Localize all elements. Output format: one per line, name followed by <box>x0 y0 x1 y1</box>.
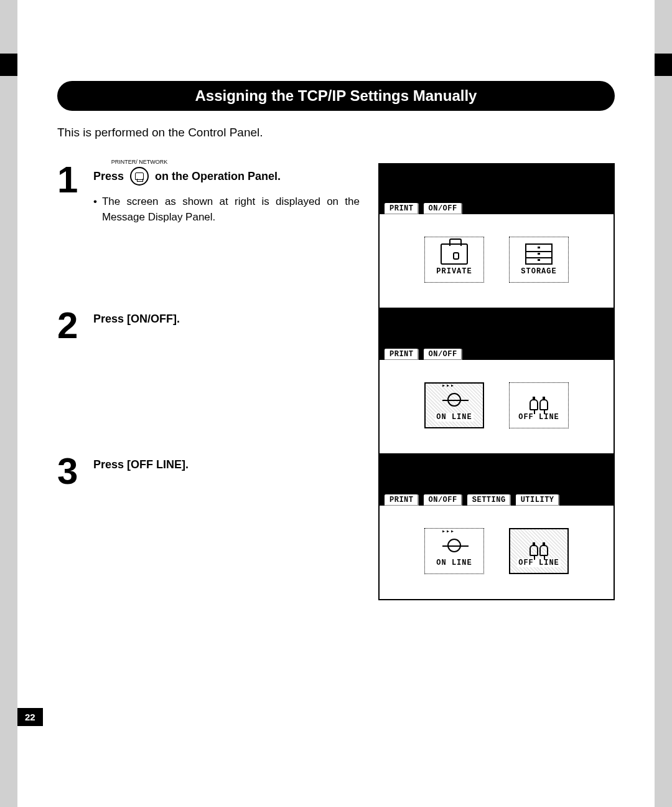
tab-onoff[interactable]: ON/OFF <box>422 347 464 360</box>
step-number: 3 <box>57 455 82 488</box>
cabinet-icon <box>525 243 553 265</box>
lcd-screen-1: PRINT ON/OFF PRIVATE STORAGE <box>378 163 615 309</box>
printer-network-button-icon: PRINTER/ NETWORK <box>130 167 149 186</box>
step-number: 2 <box>57 309 82 342</box>
bullet-dot: • <box>93 194 97 225</box>
step-title-text: Press [ON/OFF]. <box>93 313 180 326</box>
intro-text: This is performed on the Control Panel. <box>57 126 615 139</box>
tab-print[interactable]: PRINT <box>383 202 420 214</box>
lcd-tabs: PRINT ON/OFF <box>380 345 614 360</box>
bullet-text: The screen as shown at right is displaye… <box>102 194 360 225</box>
page-number: 22 <box>17 708 43 726</box>
step-title-before: Press <box>93 170 124 183</box>
tab-onoff[interactable]: ON/OFF <box>422 202 464 214</box>
tab-utility[interactable]: UTILITY <box>515 493 561 506</box>
lcd-screen-2: PRINT ON/OFF ▸▸▸ ON LINE OFF LINE <box>378 309 615 455</box>
online-icon: ▸▸▸ <box>441 535 468 556</box>
section-heading: Assigning the TCP/IP Settings Manually <box>57 81 615 111</box>
online-icon: ▸▸▸ <box>441 389 468 410</box>
tab-print[interactable]: PRINT <box>383 493 420 506</box>
lcd-button-online[interactable]: ▸▸▸ ON LINE <box>424 382 484 428</box>
lcd-label: OFF LINE <box>517 559 561 567</box>
briefcase-icon <box>441 243 468 265</box>
lcd-button-online[interactable]: ▸▸▸ ON LINE <box>424 528 484 574</box>
step-title: Press [ON/OFF]. <box>93 313 360 326</box>
step-1: 1 Press PRINTER/ NETWORK on the Operatio… <box>57 163 615 309</box>
lcd-label: STORAGE <box>521 267 556 276</box>
step-title: Press [OFF LINE]. <box>93 458 360 471</box>
button-caption: PRINTER/ NETWORK <box>111 159 168 165</box>
step-title: Press PRINTER/ NETWORK on the Operation … <box>93 167 360 186</box>
lcd-tabs: PRINT ON/OFF SETTING UTILITY <box>380 491 614 506</box>
lcd-label: OFF LINE <box>518 413 559 422</box>
lcd-button-offline[interactable]: OFF LINE <box>509 528 569 574</box>
lcd-label: ON LINE <box>436 559 472 567</box>
lcd-tabs: PRINT ON/OFF <box>380 199 614 214</box>
page: Assigning the TCP/IP Settings Manually T… <box>17 0 655 807</box>
lcd-screen-3: PRINT ON/OFF SETTING UTILITY ▸▸▸ ON LINE… <box>378 455 615 600</box>
lcd-button-private[interactable]: PRIVATE <box>424 237 484 283</box>
lcd-button-storage[interactable]: STORAGE <box>509 237 569 283</box>
lcd-button-offline[interactable]: OFF LINE <box>509 382 569 428</box>
step-3: 3 Press [OFF LINE]. PRINT ON/OFF SETTING… <box>57 455 615 600</box>
step-bullet: • The screen as shown at right is displa… <box>93 194 360 225</box>
lcd-label: ON LINE <box>435 413 473 422</box>
step-2: 2 Press [ON/OFF]. PRINT ON/OFF <box>57 309 615 455</box>
printer-icon <box>135 172 144 180</box>
step-number: 1 <box>57 163 82 225</box>
lcd-label: PRIVATE <box>436 267 472 276</box>
offline-icon <box>525 389 553 410</box>
tab-onoff[interactable]: ON/OFF <box>422 493 464 506</box>
step-title-text: Press [OFF LINE]. <box>93 458 189 471</box>
offline-icon <box>525 535 553 556</box>
step-title-after: on the Operation Panel. <box>155 170 281 183</box>
tab-setting[interactable]: SETTING <box>466 493 512 506</box>
tab-print[interactable]: PRINT <box>383 347 420 360</box>
